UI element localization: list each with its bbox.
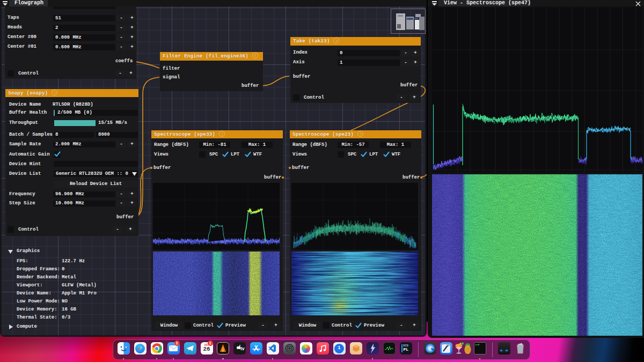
- svg-text:tv: tv: [240, 346, 245, 351]
